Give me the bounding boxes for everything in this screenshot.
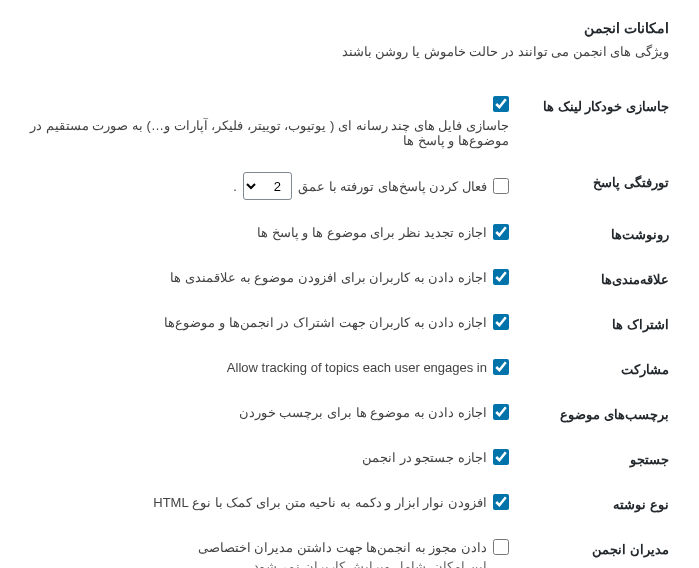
subscriptions-checkbox-label[interactable]: اجازه دادن به کاربران جهت اشتراک در انجم… — [164, 315, 487, 330]
subscriptions-checkbox[interactable] — [493, 314, 509, 330]
forum-mods-checkbox[interactable] — [493, 539, 509, 555]
nesting-label-before: فعال کردن پاسخ‌های تورفته با عمق — [298, 179, 487, 194]
search-checkbox[interactable] — [493, 449, 509, 465]
row-label-editor: نوع نوشته — [519, 482, 669, 527]
row-label-engagement: مشارکت — [519, 347, 669, 392]
tags-checkbox[interactable] — [493, 404, 509, 420]
revisions-checkbox-label[interactable]: اجازه تجدید نظر برای موضوع ها و پاسخ ها — [257, 225, 487, 240]
forum-mods-description: این امکان، شامل ویرایش کاربران نمی‌شود. — [30, 559, 509, 568]
nesting-label-after: . — [233, 179, 237, 194]
search-checkbox-label[interactable]: اجازه جستجو در انجمن — [362, 450, 487, 465]
engagement-checkbox[interactable] — [493, 359, 509, 375]
section-title: امکانات انجمن — [30, 20, 669, 36]
row-label-nesting: تورفتگی پاسخ — [519, 160, 669, 212]
row-label-favorites: علاقه‌مندی‌ها — [519, 257, 669, 302]
engagement-checkbox-label[interactable]: Allow tracking of topics each user engag… — [227, 360, 487, 375]
autolink-checkbox-label[interactable]: جاسازی فایل های چند رسانه ای ( یوتیوب، ت… — [30, 118, 509, 148]
editor-checkbox[interactable] — [493, 494, 509, 510]
nesting-checkbox[interactable] — [493, 178, 509, 194]
row-label-tags: برچسب‌های موضوع — [519, 392, 669, 437]
autolink-checkbox[interactable] — [493, 96, 509, 112]
row-label-subscriptions: اشتراک ها — [519, 302, 669, 347]
row-label-autolink: جاسازی خودکار لینک ها — [519, 84, 669, 160]
nesting-checkbox-label[interactable]: فعال کردن پاسخ‌های تورفته با عمق — [298, 179, 487, 194]
section-subtitle: ویژگی های انجمن می توانند در حالت خاموش … — [30, 44, 669, 59]
forum-mods-checkbox-label[interactable]: دادن مجوز به انجمن‌ها جهت داشتن مدیران ا… — [198, 540, 487, 555]
settings-table: جاسازی خودکار لینک ها جاسازی فایل های چن… — [30, 84, 669, 568]
row-label-forum-mods: مدیران انجمن — [519, 527, 669, 568]
nesting-depth-select[interactable]: 12345678910 — [243, 172, 292, 200]
editor-checkbox-label[interactable]: افزودن نوار ابزار و دکمه به ناحیه متن بر… — [153, 495, 487, 510]
tags-checkbox-label[interactable]: اجازه دادن به موضوع ها برای برچسب خوردن — [239, 405, 487, 420]
row-label-revisions: رونوشت‌ها — [519, 212, 669, 257]
row-label-search: جستجو — [519, 437, 669, 482]
revisions-checkbox[interactable] — [493, 224, 509, 240]
favorites-checkbox[interactable] — [493, 269, 509, 285]
favorites-checkbox-label[interactable]: اجازه دادن به کاربران برای افزودن موضوع … — [170, 270, 487, 285]
